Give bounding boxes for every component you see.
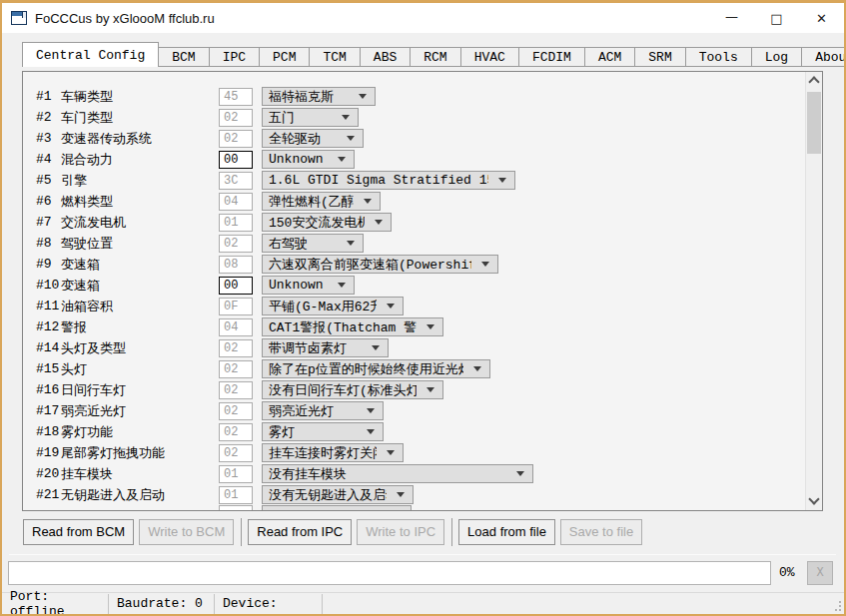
row-label: 挂车模块 [61,465,219,483]
resize-grip-icon[interactable] [831,601,841,611]
write-to-ipc-button: Write to IPC [357,519,444,545]
row-label: 引擎 [61,172,219,190]
dropdown-selected-text: 右驾驶 [269,235,308,253]
option-dropdown[interactable]: 弹性燃料(乙醇) [262,192,381,211]
status-baudrate: Baudrate: 0 [109,593,214,614]
close-icon: ✕ [816,11,827,26]
vertical-scrollbar[interactable] [805,72,822,510]
row-number: #10 [36,278,61,293]
option-dropdown[interactable]: 带调节卤素灯 [262,338,389,357]
option-dropdown[interactable] [262,505,412,510]
option-dropdown[interactable]: 150安交流发电机 [262,213,392,232]
tab-pcm[interactable]: PCM [260,47,310,67]
option-dropdown[interactable]: CAT1警报(Thatcham 警报) [262,317,443,336]
tab-hvac[interactable]: HVAC [461,47,519,67]
option-dropdown[interactable]: 挂车连接时雾灯关闭 [262,443,404,462]
value-field: 45 [219,88,253,106]
dropdown-selected-text: 弱亮近光灯 [269,402,334,420]
option-dropdown[interactable]: Unknown [262,276,355,295]
option-dropdown[interactable]: 弱亮近光灯 [262,401,384,420]
tab-rcm[interactable]: RCM [411,47,460,67]
load-from-file-button[interactable]: Load from file [458,519,555,545]
row-number: #18 [36,424,61,439]
dropdown-selected-text: 六速双离合前驱变速箱(Powershift) [269,256,471,274]
save-to-file-button: Save to file [560,519,642,545]
value-field: 01 [219,465,253,483]
config-row: #11油箱容积0F平铺(G-Max用62升) [23,296,805,316]
option-dropdown[interactable]: 没有无钥匙进入及启动 [262,485,414,504]
chevron-down-icon [367,408,375,413]
chevron-down-icon [498,178,506,183]
tab-fcdim[interactable]: FCDIM [519,47,585,67]
tab-bcm[interactable]: BCM [159,47,209,67]
maximize-button[interactable]: □ [754,3,799,33]
tab-log[interactable]: Log [752,47,802,67]
tab-acm[interactable]: ACM [585,47,635,67]
read-from-bcm-button[interactable]: Read from BCM [23,519,134,545]
dropdown-selected-text: 弹性燃料(乙醇) [269,193,354,211]
row-number: #7 [36,215,61,230]
option-dropdown[interactable]: 1.6L GTDI Sigma Stratified 150PS [262,171,515,190]
value-field: 02 [219,130,253,148]
scroll-down-icon[interactable] [806,493,823,510]
dropdown-selected-text: 平铺(G-Max用62升) [269,298,377,315]
option-dropdown[interactable]: Unknown [262,150,355,169]
value-field: 02 [219,360,253,378]
tab-label: SRM [648,50,671,65]
option-dropdown[interactable]: 除了在p位置的时候始终使用近光灯 [262,359,490,378]
config-row: #12警报04CAT1警报(Thatcham 警报) [23,316,805,337]
value-field: 08 [219,256,253,274]
tab-about[interactable]: About [802,47,846,67]
row-number: #9 [36,257,61,272]
chevron-down-icon [426,387,434,392]
config-row: #5引擎3C1.6L GTDI Sigma Stratified 150PS [23,170,805,191]
app-icon [11,11,27,25]
minimize-button[interactable]: — [709,3,754,33]
config-row: #9变速箱08六速双离合前驱变速箱(Powershift) [23,254,805,275]
chevron-down-icon [364,199,372,204]
cancel-button[interactable]: X [807,561,833,585]
config-row: #3变速器传动系统02全轮驱动 [23,128,805,149]
option-dropdown[interactable]: 雾灯 [262,422,384,441]
tab-tools[interactable]: Tools [686,47,752,67]
option-dropdown[interactable]: 没有日间行车灯(标准头灯) [262,380,443,399]
value-field [219,505,253,510]
option-dropdown[interactable]: 全轮驱动 [262,129,364,148]
button-group-separator [451,518,452,546]
option-dropdown[interactable]: 右驾驶 [262,234,364,253]
app-window: FoCCCus by xGloooM ffclub.ru — □ ✕ Centr… [0,0,846,616]
option-dropdown[interactable]: 福特福克斯 [262,87,376,106]
value-field: 3C [219,172,253,190]
tab-abs[interactable]: ABS [361,47,411,67]
tab-central-config[interactable]: Central Config [22,42,159,67]
value-field[interactable]: 00 [219,151,253,169]
tab-label: Log [765,50,788,65]
tab-label: ABS [374,50,397,65]
config-row: #21无钥匙进入及启动01没有无钥匙进入及启动 [23,484,805,505]
option-dropdown[interactable]: 六速双离合前驱变速箱(Powershift) [262,255,498,274]
option-dropdown[interactable]: 平铺(G-Max用62升) [262,297,404,315]
value-field: 02 [219,402,253,420]
read-from-ipc-button[interactable]: Read from IPC [248,519,352,545]
row-number: #3 [36,131,61,146]
row-label: 变速器传动系统 [61,130,219,148]
tab-srm[interactable]: SRM [635,47,685,67]
tab-tcm[interactable]: TCM [310,47,360,67]
config-row: #6燃料类型04弹性燃料(乙醇) [23,191,805,212]
write-to-bcm-button: Write to BCM [139,519,234,545]
row-number: #4 [36,152,61,167]
scrollbar-thumb[interactable] [807,92,821,154]
close-button[interactable]: ✕ [799,3,844,33]
row-label: 变速箱 [61,277,219,295]
scroll-up-icon[interactable] [806,72,823,89]
dropdown-selected-text: 雾灯 [269,423,295,441]
tab-label: TCM [323,50,346,65]
row-number: #12 [36,319,61,334]
option-dropdown[interactable]: 五门 [262,108,359,127]
dropdown-selected-text: 全轮驱动 [269,130,321,148]
value-field[interactable]: 00 [219,277,253,295]
option-dropdown[interactable]: 没有挂车模块 [262,464,533,483]
value-field: 01 [219,214,253,232]
config-row: #1车辆类型45福特福克斯 [23,86,805,107]
tab-ipc[interactable]: IPC [210,47,260,67]
